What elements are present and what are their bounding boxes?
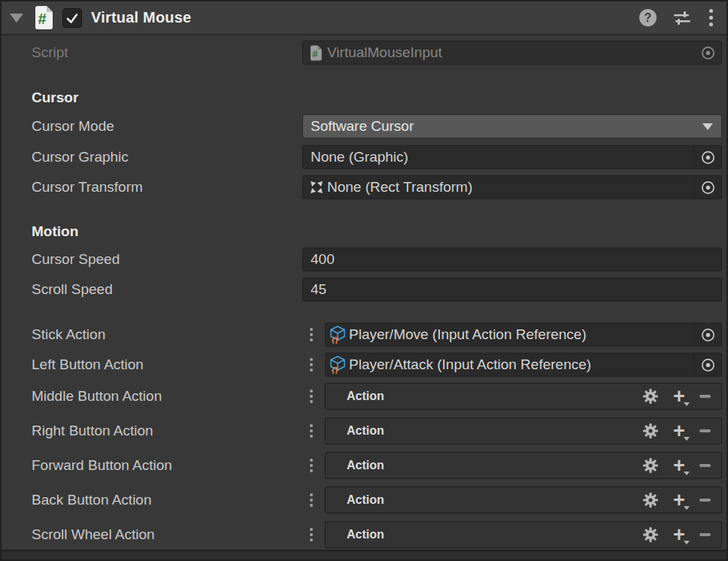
- object-picker-icon[interactable]: [693, 146, 721, 168]
- cursor-transform-label: Cursor Transform: [32, 175, 143, 199]
- object-picker-icon[interactable]: [693, 176, 721, 199]
- action-box-title: Action: [347, 390, 384, 403]
- cursor-mode-label: Cursor Mode: [32, 114, 114, 138]
- cursor-graphic-value: None (Graphic): [311, 149, 408, 165]
- scroll-speed-input[interactable]: 45: [302, 277, 722, 302]
- stick-action-label: Stick Action: [32, 323, 105, 347]
- left-button-action-value: Player/Attack (Input Action Reference): [349, 356, 591, 373]
- script-label: Script: [32, 41, 68, 65]
- object-picker-icon[interactable]: [694, 41, 721, 64]
- gear-icon[interactable]: [642, 492, 659, 508]
- action-box-title: Action: [347, 459, 384, 472]
- add-binding-icon[interactable]: +: [672, 493, 687, 508]
- kebab-menu-icon[interactable]: [708, 8, 714, 28]
- add-binding-icon[interactable]: +: [672, 527, 687, 542]
- object-picker-icon[interactable]: [693, 353, 721, 376]
- action-box-title: Action: [347, 493, 384, 507]
- rect-transform-icon: [309, 180, 324, 195]
- gear-icon[interactable]: [642, 457, 659, 474]
- cursor-mode-value: Software Cursor: [311, 118, 414, 135]
- scroll-wheel-action-label: Scroll Wheel Action: [32, 523, 155, 547]
- forward-button-action-box[interactable]: Action +: [325, 452, 722, 479]
- remove-binding-icon[interactable]: [699, 464, 711, 467]
- object-picker-icon[interactable]: [693, 323, 721, 346]
- scroll-wheel-action-box[interactable]: Action +: [325, 521, 722, 548]
- script-value: VirtualMouseInput: [327, 44, 442, 61]
- drag-handle-icon[interactable]: [307, 521, 316, 548]
- gear-icon[interactable]: [642, 423, 659, 439]
- presets-icon[interactable]: [673, 11, 691, 26]
- forward-button-action-label: Forward Button Action: [32, 453, 172, 478]
- remove-binding-icon[interactable]: [699, 395, 711, 398]
- drag-handle-icon[interactable]: [307, 323, 316, 347]
- component-header: # Virtual Mouse ?: [2, 2, 726, 35]
- remove-binding-icon[interactable]: [699, 533, 711, 536]
- window-bottom-edge: [2, 550, 726, 561]
- back-button-action-label: Back Button Action: [32, 488, 152, 512]
- enabled-checkbox[interactable]: [62, 8, 82, 28]
- left-button-action-field[interactable]: {} Player/Attack (Input Action Reference…: [325, 353, 722, 377]
- drag-handle-icon[interactable]: [307, 452, 316, 479]
- help-icon[interactable]: ?: [639, 9, 657, 26]
- drag-handle-icon[interactable]: [307, 417, 316, 444]
- cursor-graphic-field[interactable]: None (Graphic): [302, 145, 722, 169]
- cursor-transform-field[interactable]: None (Rect Transform): [302, 175, 722, 199]
- input-action-asset-icon: {}: [329, 356, 346, 374]
- right-button-action-box[interactable]: Action +: [325, 417, 722, 444]
- csharp-script-icon: #: [309, 45, 323, 61]
- svg-text:{}: {}: [332, 335, 338, 344]
- scroll-speed-label: Scroll Speed: [32, 277, 113, 302]
- right-button-action-label: Right Button Action: [32, 419, 153, 443]
- drag-handle-icon[interactable]: [307, 383, 316, 410]
- cursor-speed-label: Cursor Speed: [32, 247, 120, 271]
- middle-button-action-box[interactable]: Action +: [325, 383, 722, 410]
- middle-button-action-label: Middle Button Action: [32, 384, 162, 408]
- svg-text:#: #: [312, 47, 317, 59]
- remove-binding-icon[interactable]: [699, 429, 711, 432]
- action-box-title: Action: [347, 424, 384, 438]
- gear-icon[interactable]: [642, 388, 659, 405]
- left-button-action-label: Left Button Action: [32, 353, 144, 377]
- action-box-title: Action: [347, 528, 384, 541]
- stick-action-value: Player/Move (Input Action Reference): [349, 326, 587, 343]
- inspector-virtual-mouse-component: # Virtual Mouse ? Script: [0, 0, 728, 561]
- remove-binding-icon[interactable]: [699, 499, 711, 502]
- cursor-mode-dropdown[interactable]: Software Cursor: [302, 114, 722, 138]
- script-field: # VirtualMouseInput: [302, 41, 722, 65]
- cursor-transform-value: None (Rect Transform): [327, 179, 472, 196]
- add-binding-icon[interactable]: +: [672, 389, 687, 404]
- drag-handle-icon[interactable]: [307, 353, 316, 377]
- cursor-graphic-label: Cursor Graphic: [32, 145, 129, 169]
- svg-text:{}: {}: [332, 365, 338, 374]
- section-title-cursor: Cursor: [32, 89, 78, 106]
- section-title-motion: Motion: [32, 223, 78, 240]
- stick-action-field[interactable]: {} Player/Move (Input Action Reference): [325, 323, 722, 347]
- gear-icon[interactable]: [642, 526, 659, 543]
- add-binding-icon[interactable]: +: [672, 458, 687, 473]
- component-title: Virtual Mouse: [91, 9, 191, 26]
- drag-handle-icon[interactable]: [307, 487, 316, 514]
- chevron-down-icon: [702, 123, 713, 130]
- scroll-speed-value: 45: [311, 281, 326, 298]
- back-button-action-box[interactable]: Action +: [325, 487, 722, 514]
- cursor-speed-value: 400: [311, 251, 335, 268]
- csharp-script-icon: #: [33, 6, 54, 29]
- input-action-asset-icon: {}: [329, 326, 346, 344]
- svg-text:#: #: [38, 11, 46, 27]
- foldout-arrow-icon[interactable]: [10, 14, 23, 23]
- add-binding-icon[interactable]: +: [672, 423, 687, 438]
- cursor-speed-input[interactable]: 400: [302, 247, 722, 271]
